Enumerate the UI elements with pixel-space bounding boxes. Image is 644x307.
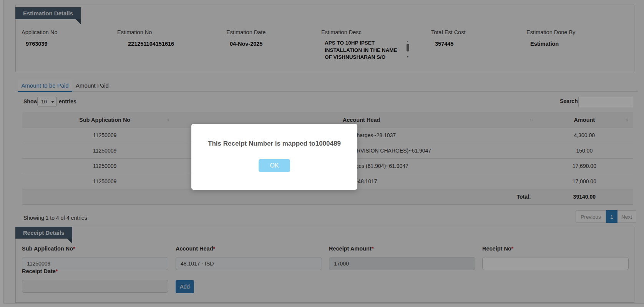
page: Estimation Details Application No 976303… bbox=[0, 0, 644, 307]
receipt-mapped-dialog: This Receipt Number is mapped to1000489 … bbox=[191, 124, 357, 190]
dialog-message: This Receipt Number is mapped to1000489 bbox=[191, 140, 357, 148]
ok-button[interactable]: OK bbox=[259, 159, 290, 172]
